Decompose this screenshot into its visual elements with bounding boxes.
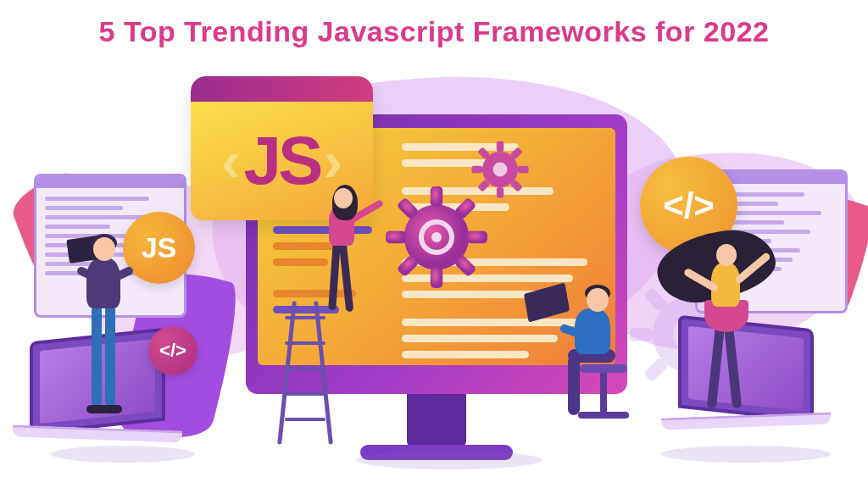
svg-rect-23 [497,187,504,198]
floor-shadow [51,446,195,463]
svg-point-20 [431,232,442,242]
svg-rect-24 [471,166,482,173]
person-standing-with-laptop [68,237,136,432]
person-dancing [665,229,801,449]
svg-rect-11 [431,186,442,207]
svg-rect-22 [497,141,504,152]
person-on-ladder [297,186,373,356]
floor-shadow [356,451,542,469]
svg-rect-13 [386,231,406,243]
gear-icon [386,186,487,288]
js-label: JS [244,127,320,195]
angle-bracket-right-icon: › [323,132,342,190]
illustration-stage: ‹ JS › JS </> </> [0,68,868,488]
person-seated-with-laptop [526,288,653,458]
gear-icon [470,140,530,199]
svg-point-30 [493,163,508,177]
angle-bracket-left-icon: ‹ [221,132,241,190]
svg-rect-12 [431,268,442,288]
floor-shadow [661,446,831,463]
svg-rect-14 [467,231,487,243]
page-title: 5 Top Trending Javascript Frameworks for… [0,0,868,48]
held-laptop [524,282,570,322]
svg-rect-25 [518,166,529,173]
code-badge-icon: </> [148,326,198,375]
